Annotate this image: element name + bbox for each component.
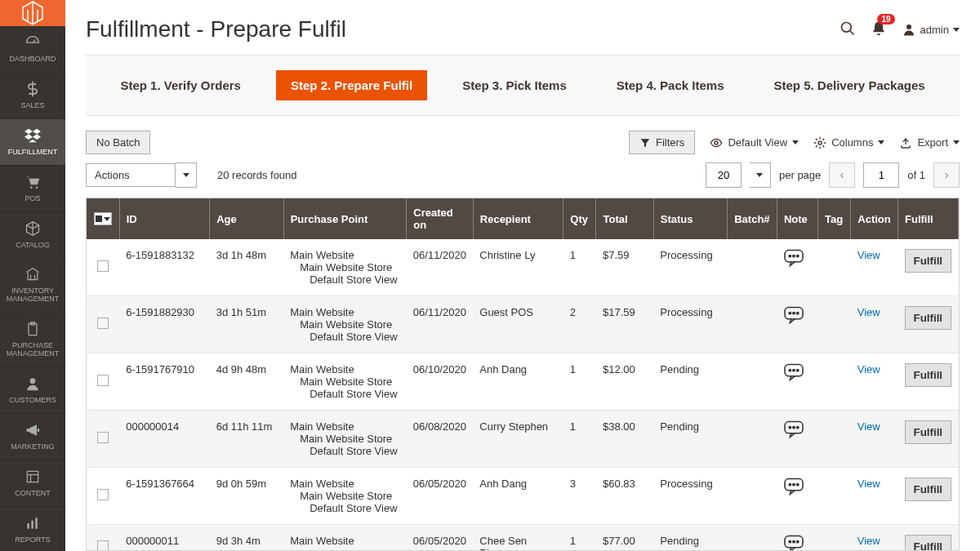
sidebar-item-content[interactable]: CONTENT	[0, 460, 65, 507]
cell-action: View	[851, 525, 898, 552]
note-icon[interactable]	[783, 257, 804, 269]
filters-button[interactable]: Filters	[629, 131, 695, 154]
sidebar-item-fulfillment[interactable]: FULFILLMENT	[0, 119, 65, 166]
cell-note[interactable]	[777, 525, 817, 552]
column-header[interactable]: Age	[210, 198, 283, 239]
step-nav: Step 1. Verify OrdersStep 2. Prepare Ful…	[86, 55, 960, 116]
notifications-icon[interactable]: 19	[871, 20, 887, 39]
view-link[interactable]: View	[858, 306, 880, 318]
column-header[interactable]: ID	[119, 198, 210, 239]
sidebar-item-purchase-management[interactable]: PURCHASE MANAGEMENT	[0, 313, 65, 367]
columns-control[interactable]: Columns	[813, 136, 884, 149]
cell-fulfill: Fulfill	[898, 411, 959, 468]
step-tab[interactable]: Step 5. Delivery Packages	[759, 70, 939, 100]
orders-grid: IDAgePurchase PointCreated onRecepientQt…	[86, 198, 960, 551]
column-header[interactable]: Tag	[818, 198, 851, 239]
column-header[interactable]: Action	[851, 198, 898, 239]
column-header[interactable]: Note	[777, 198, 817, 239]
cell-note[interactable]	[777, 411, 817, 468]
fulfill-button[interactable]: Fulfill	[905, 420, 952, 444]
view-link[interactable]: View	[858, 363, 880, 375]
svg-point-39	[793, 540, 795, 542]
sidebar-item-catalog[interactable]: CATALOG	[0, 212, 65, 259]
table-row: 0000000119d 3h 4mMain Website06/05/2020C…	[87, 525, 959, 552]
fulfill-button[interactable]: Fulfill	[905, 249, 952, 273]
view-link[interactable]: View	[858, 249, 880, 261]
sidebar-item-customers[interactable]: CUSTOMERS	[0, 367, 65, 414]
chevron-down-icon	[953, 28, 960, 32]
sidebar-item-reports[interactable]: REPORTS	[0, 507, 65, 551]
topbar: Fulfillment - Prepare Fulfil 19 admin	[65, 0, 980, 55]
note-icon[interactable]	[783, 486, 804, 498]
cell-note[interactable]	[777, 468, 817, 525]
column-header[interactable]: Batch#	[728, 198, 777, 239]
svg-rect-9	[27, 523, 29, 529]
default-view-control[interactable]: Default View	[710, 136, 799, 149]
step-tab[interactable]: Step 4. Pack Items	[602, 70, 739, 100]
fulfill-button[interactable]: Fulfill	[905, 535, 952, 551]
page-input[interactable]	[863, 162, 899, 188]
cell-note[interactable]	[777, 353, 817, 411]
fulfill-button[interactable]: Fulfill	[905, 478, 952, 501]
row-checkbox[interactable]	[97, 489, 109, 500]
prev-page-button[interactable]	[829, 162, 855, 188]
next-page-button[interactable]	[933, 162, 960, 188]
cell-age: 3d 1h 48m	[210, 239, 283, 296]
column-header[interactable]: Recepient	[473, 198, 564, 239]
sidebar-item-marketing[interactable]: MARKETING	[0, 414, 65, 460]
view-link[interactable]: View	[858, 420, 880, 433]
sidebar-item-pos[interactable]: POS	[0, 166, 65, 212]
fulfill-button[interactable]: Fulfill	[905, 363, 952, 387]
svg-point-32	[797, 426, 799, 428]
sidebar-item-dashboard[interactable]: DASHBOARD	[0, 26, 65, 73]
user-menu[interactable]: admin	[902, 22, 960, 37]
column-header[interactable]: Total	[596, 198, 653, 239]
row-checkbox[interactable]	[97, 375, 109, 386]
note-icon[interactable]	[783, 429, 804, 441]
cell-status: Pending	[653, 525, 727, 552]
cell-purchase-point: Main WebsiteMain Website StoreDefault St…	[283, 296, 407, 353]
column-header[interactable]: Status	[653, 198, 727, 239]
actions-dropdown[interactable]: Actions	[86, 162, 197, 188]
column-header[interactable]: Qty	[564, 198, 596, 239]
row-checkbox[interactable]	[97, 260, 109, 272]
per-page-input[interactable]	[706, 162, 742, 188]
magento-logo[interactable]	[0, 0, 65, 26]
per-page-dropdown[interactable]	[750, 162, 771, 188]
step-tab[interactable]: Step 1. Verify Orders	[105, 70, 256, 100]
sidebar-item-inventory-management[interactable]: INVENTORY MANAGEMENT	[0, 258, 65, 313]
cell-action: View	[851, 296, 898, 353]
column-header[interactable]: Purchase Point	[283, 198, 407, 239]
export-control[interactable]: Export	[899, 136, 960, 149]
column-header[interactable]: Created on	[407, 198, 473, 239]
row-checkbox[interactable]	[97, 318, 109, 329]
svg-point-5	[30, 378, 36, 384]
svg-point-18	[789, 255, 791, 256]
cell-age: 9d 3h 4m	[210, 525, 283, 552]
column-header[interactable]: Fulfill	[898, 198, 959, 239]
step-tab[interactable]: Step 2. Prepare Fulfil	[276, 70, 427, 100]
note-icon[interactable]	[783, 543, 804, 551]
cell-note[interactable]	[777, 239, 817, 296]
step-tab[interactable]: Step 3. Pick Items	[448, 70, 581, 100]
column-header[interactable]	[87, 198, 119, 239]
row-checkbox[interactable]	[97, 432, 109, 443]
search-icon[interactable]	[840, 20, 856, 39]
admin-sidebar: DASHBOARDSALESFULFILLMENTPOSCATALOGINVEN…	[0, 0, 65, 551]
cell-fulfill: Fulfill	[898, 468, 959, 525]
cell-tag	[818, 353, 851, 411]
fulfill-button[interactable]: Fulfill	[905, 306, 952, 330]
sidebar-item-sales[interactable]: SALES	[0, 73, 65, 119]
note-icon[interactable]	[783, 314, 804, 327]
cell-note[interactable]	[777, 296, 817, 353]
note-icon[interactable]	[783, 371, 804, 384]
user-label: admin	[920, 24, 949, 36]
cell-qty: 1	[564, 239, 596, 296]
no-batch-button[interactable]: No Batch	[86, 131, 150, 154]
cell-fulfill: Fulfill	[898, 525, 959, 552]
svg-point-40	[797, 540, 799, 542]
view-link[interactable]: View	[858, 535, 880, 547]
row-checkbox[interactable]	[97, 540, 109, 552]
select-all-checkbox[interactable]	[94, 212, 112, 225]
view-link[interactable]: View	[858, 478, 880, 490]
